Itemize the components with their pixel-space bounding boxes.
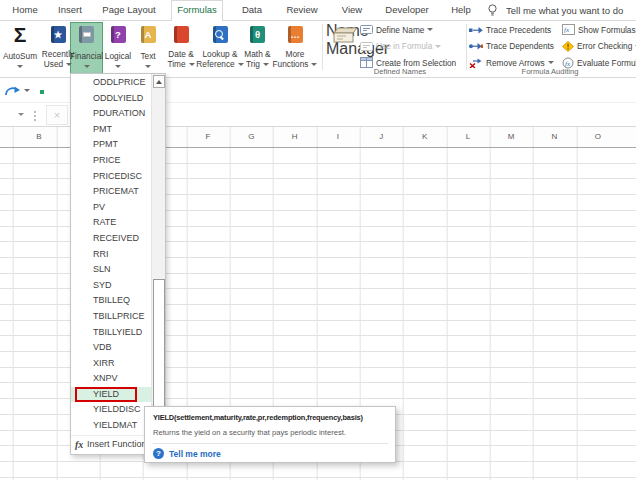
function-tooltip: YIELD(settlement,maturity,rate,pr,redemp…	[144, 406, 396, 463]
menu-item[interactable]: TBILLYIELD	[71, 325, 151, 341]
trace-dependents-icon	[469, 41, 483, 51]
menu-item[interactable]: PRICE	[71, 153, 151, 169]
menu-item[interactable]: TBILLEQ	[71, 293, 151, 309]
chevron-down-icon	[311, 63, 317, 66]
column-header[interactable]: J	[379, 132, 383, 141]
tab-home[interactable]: Home	[12, 4, 37, 15]
column-header[interactable]: K	[422, 132, 427, 141]
column-header[interactable]: M	[508, 132, 515, 141]
group-separator	[466, 24, 467, 70]
show-formulas-icon: fx	[562, 24, 575, 35]
menu-item[interactable]: ODDLPRICE	[71, 75, 151, 91]
logical-button[interactable]: ? Logical	[103, 22, 133, 76]
column-header[interactable]: I	[337, 132, 339, 141]
trace-precedents-button[interactable]: Trace Precedents	[469, 23, 551, 36]
menu-item[interactable]: XIRR	[71, 356, 151, 372]
define-name-icon	[360, 24, 373, 35]
tell-me-more-link[interactable]: ? Tell me more	[153, 448, 388, 459]
tab-developer[interactable]: Developer	[385, 4, 428, 15]
more-functions-label: More	[266, 49, 324, 59]
ribbon-formulas: Σ AutoSum ★ Recently Used Financial ? Lo…	[0, 21, 636, 78]
tooltip-title: YIELD(settlement,maturity,rate,pr,redemp…	[153, 413, 388, 422]
tab-view[interactable]: View	[342, 4, 362, 15]
defined-names-group-label: Defined Names	[340, 67, 460, 76]
menu-item[interactable]: YIELDMAT	[71, 418, 151, 434]
chevron-down-icon	[435, 45, 441, 48]
column-header[interactable]: H	[292, 132, 298, 141]
tab-help[interactable]: Help	[451, 4, 471, 15]
chevron-down-icon	[84, 65, 90, 68]
error-checking-button[interactable]: Error Checking	[562, 40, 636, 53]
menu-item[interactable]: RRI	[71, 247, 151, 263]
chevron-down-icon	[427, 28, 433, 31]
menu-item[interactable]: RATE	[71, 215, 151, 231]
menu-item[interactable]: SYD	[71, 278, 151, 294]
financial-ledger-icon	[79, 26, 94, 43]
redo-icon[interactable]	[4, 83, 21, 101]
formula-bar-resize-handle[interactable]	[34, 111, 36, 121]
excel-window: Home Insert Page Layout Formulas Data Re…	[0, 0, 636, 480]
tooltip-description: Returns the yield on a security that pay…	[153, 428, 388, 437]
tab-data[interactable]: Data	[242, 4, 262, 15]
cancel-icon[interactable]: ×	[46, 105, 68, 125]
column-header[interactable]: L	[466, 132, 470, 141]
scrollbar-up-button[interactable]	[153, 75, 165, 88]
sigma-icon: Σ	[14, 26, 27, 44]
chevron-down-icon	[548, 61, 554, 64]
magnifier-icon	[213, 26, 228, 43]
formula-auditing-group-label: Formula Auditing	[475, 67, 625, 76]
column-header[interactable]: G	[248, 132, 254, 141]
column-header[interactable]: B	[36, 132, 41, 141]
menu-item[interactable]: SLN	[71, 262, 151, 278]
remove-arrows-label: Remove Arrows	[486, 58, 545, 68]
menu-item[interactable]: PV	[71, 200, 151, 216]
show-formulas-label: Show Formulas	[578, 25, 636, 35]
menu-item[interactable]: VDB	[71, 340, 151, 356]
lightbulb-icon	[486, 3, 499, 22]
show-formulas-button[interactable]: fx Show Formulas	[562, 23, 636, 36]
use-in-formula-button[interactable]: Use in Formula	[360, 40, 441, 53]
menu-item[interactable]: PDURATION	[71, 106, 151, 122]
menu-scrollbar[interactable]	[151, 74, 165, 454]
tab-insert[interactable]: Insert	[58, 4, 82, 15]
column-header[interactable]: F	[206, 132, 211, 141]
menu-item-yield-selected[interactable]: YIELD	[71, 387, 151, 403]
financial-functions-menu: ODDLPRICE ODDLYIELD PDURATION PMT PPMT P…	[70, 73, 166, 455]
error-checking-icon	[562, 41, 574, 52]
trace-dependents-label: Trace Dependents	[486, 41, 554, 51]
more-functions-button[interactable]: … More Functions	[272, 22, 318, 76]
menu-item[interactable]: YIELDDISC	[71, 402, 151, 418]
recently-used-label2: Used	[44, 59, 63, 69]
calendar-icon	[174, 26, 189, 43]
chevron-down-icon[interactable]	[24, 89, 30, 92]
tell-me-search[interactable]: Tell me what you want to do	[506, 5, 623, 16]
tab-formulas[interactable]: Formulas	[177, 4, 217, 15]
column-header[interactable]: O	[595, 132, 601, 141]
use-in-formula-icon	[360, 41, 373, 52]
menu-item[interactable]: XNPV	[71, 371, 151, 387]
lookup-label2: Reference	[196, 59, 234, 69]
menu-item[interactable]: ODDLYIELD	[71, 91, 151, 107]
menu-item[interactable]: TBILLPRICE	[71, 309, 151, 325]
text-icon: A	[141, 26, 156, 43]
ellipsis-icon: …	[288, 26, 303, 43]
tab-review[interactable]: Review	[286, 4, 317, 15]
menu-item[interactable]: PRICEMAT	[71, 184, 151, 200]
define-name-label: Define Name	[376, 25, 424, 35]
menu-item[interactable]: RECEIVED	[71, 231, 151, 247]
chevron-down-icon	[145, 65, 151, 68]
menu-item[interactable]: PRICEDISC	[71, 169, 151, 185]
name-box-chevron-icon[interactable]	[18, 113, 24, 116]
recently-used-icon: ★	[51, 26, 66, 43]
trace-dependents-button[interactable]: Trace Dependents	[469, 40, 554, 53]
financial-button[interactable]: Financial	[70, 22, 103, 76]
menu-item[interactable]: PPMT	[71, 137, 151, 153]
menu-item[interactable]: PMT	[71, 122, 151, 138]
remove-arrows-icon	[469, 58, 483, 68]
name-tag-icon	[333, 25, 359, 45]
trace-precedents-icon	[469, 25, 483, 35]
evaluate-formula-label: Evaluate Formula	[577, 58, 636, 68]
define-name-button[interactable]: Define Name	[360, 23, 433, 36]
tab-page-layout[interactable]: Page Layout	[102, 4, 155, 15]
column-header[interactable]: N	[552, 132, 558, 141]
